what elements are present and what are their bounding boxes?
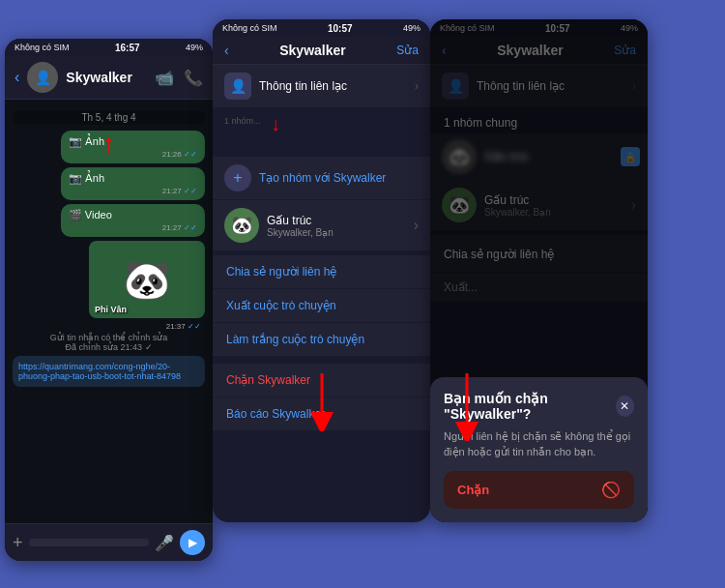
block-confirm-button[interactable]: Chặn 🚫: [444, 471, 634, 509]
block-dialog-overlay: Bạn muốn chặn "Skywalker"? ✕ Người liên …: [430, 19, 648, 522]
report-item[interactable]: Báo cáo Skywalker: [213, 397, 430, 430]
panda-emoji: 🐼: [123, 260, 171, 299]
msg-icon-3: 🎬: [69, 209, 82, 220]
phone1-screen: Không có SIM 16:57 49% ‹ 👤 Skywalker 📹: [5, 39, 213, 561]
banner-text: 1 nhóm...: [224, 116, 261, 126]
menu-section-2: Chia sẻ người liên hệ Xuất cuộc trò chuy…: [213, 255, 430, 356]
nav-header-2: ‹ Skywalker Sửa: [213, 37, 430, 65]
send-button[interactable]: ▶: [180, 530, 205, 555]
phone1: Không có SIM 16:57 49% ‹ 👤 Skywalker 📹: [5, 39, 213, 561]
close-dialog-button[interactable]: ✕: [616, 396, 634, 417]
block-confirm-text: Chặn: [457, 483, 489, 497]
avatar: 👤: [27, 62, 58, 93]
menu-section-2b: Chặn Skywalker Báo cáo Skywalker: [213, 364, 430, 430]
battery-2: 49%: [403, 23, 420, 33]
panda-image: 🐼 Phi Vân: [89, 241, 205, 318]
phone2-screen: Không có SIM 10:57 49% ‹ Skywalker Sửa 👤…: [213, 19, 430, 522]
time-1: 16:57: [115, 43, 140, 53]
page-title-2: Skywalker: [279, 43, 346, 58]
divider-2: [213, 356, 430, 360]
contact-info-icon: 👤: [224, 73, 251, 100]
phone3-wrapper: Không có SIM 10:57 49% ‹ Skywalker Sửa 👤…: [430, 10, 648, 522]
msg-text-2: Ảnh: [85, 172, 104, 184]
time-2: 10:57: [328, 23, 353, 34]
edited-notice: Gửi tin nhắn có thể chỉnh sửa Đã chỉnh s…: [13, 333, 205, 352]
phone3-screen: Không có SIM 10:57 49% ‹ Skywalker Sửa 👤…: [430, 19, 648, 522]
block-dialog-title: Bạn muốn chặn "Skywalker"?: [444, 391, 616, 422]
panda-time: 21:37 ✓✓: [166, 322, 201, 331]
phone1-wrapper: Không có SIM 16:57 49% ‹ 👤 Skywalker 📹: [5, 10, 213, 561]
contact-info-section[interactable]: 👤 Thông tin liên lạc ›: [213, 65, 430, 107]
phone2-wrapper: Không có SIM 10:57 49% ‹ Skywalker Sửa 👤…: [213, 10, 430, 522]
msg-text-3: Video: [85, 209, 112, 220]
contact-info-2: Gấu trúc Skywalker, Bạn: [267, 214, 334, 238]
panda-section: 🐼 Phi Vân 21:37 ✓✓: [13, 241, 205, 331]
link-bubble[interactable]: https://quantrimang.com/cong-nghe/20-phu…: [13, 356, 205, 387]
msg-icon-1: 📷: [69, 135, 82, 147]
screens-container: Không có SIM 16:57 49% ‹ 👤 Skywalker 📹: [0, 0, 725, 588]
mic-icon[interactable]: 🎤: [155, 534, 174, 552]
phone2: Không có SIM 10:57 49% ‹ Skywalker Sửa 👤…: [213, 19, 430, 522]
msg-text-1: Ảnh: [85, 135, 104, 147]
msg-meta-3: 21:27 ✓✓: [69, 223, 197, 232]
contact-sub-2: Skywalker, Bạn: [267, 227, 334, 238]
contact-avatar-2: 🐼: [224, 208, 259, 243]
edit-button-2[interactable]: Sửa: [396, 44, 419, 57]
message-2: 📷 Ảnh 21:27 ✓✓: [61, 167, 205, 200]
add-group-row[interactable]: + Tạo nhóm với Skywalker: [213, 157, 430, 200]
contact-row-2[interactable]: 🐼 Gấu trúc Skywalker, Bạn ›: [213, 200, 430, 251]
arrow-annotation-2: ↓: [271, 113, 280, 135]
block-dialog-header: Bạn muốn chặn "Skywalker"? ✕: [444, 391, 634, 422]
banner-content: 1 nhóm...: [224, 116, 419, 126]
add-attachment-button[interactable]: +: [13, 533, 23, 553]
chat-input-area: + 🎤 ▶: [5, 523, 213, 561]
msg-meta-2: 21:27 ✓✓: [69, 187, 197, 195]
chat-body: Th 5, 4 thg 4 ↑ 📷 Ảnh 21:26 ✓✓ 📷 Ảnh 21:…: [5, 100, 213, 523]
chevron-contact: ›: [414, 217, 419, 234]
carrier-2: Không có SIM: [222, 23, 277, 33]
chat-header-icons: 📹 📞: [155, 69, 203, 87]
chat-name: Skywalker: [66, 70, 147, 85]
status-bar-2: Không có SIM 10:57 49%: [213, 19, 430, 37]
contact-section-label: Thông tin liên lạc: [259, 79, 407, 93]
add-group-text: Tạo nhóm với Skywalker: [259, 171, 386, 185]
block-confirm-icon: 🚫: [601, 481, 621, 499]
phone3: Không có SIM 10:57 49% ‹ Skywalker Sửa 👤…: [430, 19, 648, 522]
chat-header: ‹ 👤 Skywalker 📹 📞: [5, 56, 213, 100]
msg-meta-1: 21:26 ✓✓: [69, 150, 197, 159]
chat-input[interactable]: [29, 539, 149, 546]
contact-name-2: Gấu trúc: [267, 214, 334, 227]
status-bar-1: Không có SIM 16:57 49%: [5, 39, 213, 56]
banner-area: 1 nhóm... ↓: [213, 108, 430, 157]
back-button-2[interactable]: ‹: [224, 43, 229, 58]
battery-1: 49%: [186, 43, 203, 52]
chevron-icon: ›: [415, 79, 419, 93]
msg-icon-2: 📷: [69, 172, 82, 184]
date-label: Th 5, 4 thg 4: [13, 110, 205, 125]
block-item[interactable]: Chặn Skywalker: [213, 364, 430, 397]
phi-van-label: Phi Vân: [95, 305, 127, 314]
share-contact-item[interactable]: Chia sẻ người liên hệ: [213, 255, 430, 289]
video-call-icon[interactable]: 📹: [155, 69, 174, 87]
block-dialog-description: Người liên hệ bị chặn sẽ không thể gọi đ…: [444, 429, 634, 459]
message-3: 🎬 Video 21:27 ✓✓: [61, 204, 205, 237]
message-1: 📷 Ảnh 21:26 ✓✓: [61, 131, 205, 163]
clear-chat-item[interactable]: Làm trắng cuộc trò chuyện: [213, 323, 430, 356]
back-button[interactable]: ‹: [14, 69, 19, 86]
voice-call-icon[interactable]: 📞: [184, 69, 203, 87]
add-icon: +: [224, 164, 251, 191]
chat-header-info: Skywalker: [66, 70, 147, 85]
carrier-1: Không có SIM: [14, 43, 70, 52]
block-dialog: Bạn muốn chặn "Skywalker"? ✕ Người liên …: [430, 377, 648, 522]
export-chat-item[interactable]: Xuất cuộc trò chuyện: [213, 289, 430, 323]
